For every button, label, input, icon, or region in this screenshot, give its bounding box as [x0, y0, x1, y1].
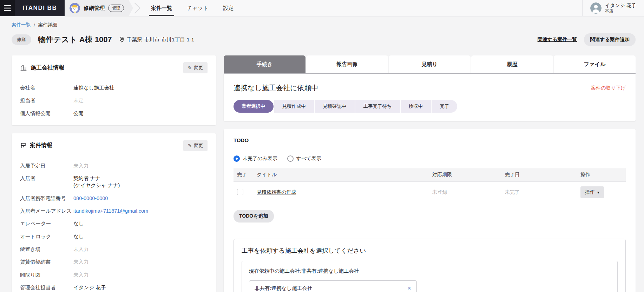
clear-selection-icon[interactable]: × [407, 285, 411, 291]
company-contact-value: 未定 [73, 97, 84, 104]
case-info-edit-button[interactable]: ✎ 変更 [183, 140, 208, 151]
tab-procedure[interactable]: 手続き [224, 55, 305, 73]
building-icon [20, 64, 27, 71]
case-info-icon [20, 142, 26, 149]
info-row: 個人情報公開 公開 [20, 110, 208, 117]
case-withdraw-link[interactable]: 案件の取り下げ [591, 85, 626, 91]
company-info-title: 施工会社情報 [20, 64, 64, 72]
related-case-add-button[interactable]: 関連する案件追加 [584, 33, 636, 46]
right-column: 手続き 報告画像 見積り 履歴 ファイル 連携なし施工会社に依頼中 案件の取り下… [224, 55, 636, 292]
header-nav: 案件一覧 チャット 設定 [144, 0, 241, 16]
hamburger-icon [4, 5, 11, 11]
tenant-email-link[interactable]: itandikojima+711871@gmail.com [73, 207, 148, 214]
todo-action-dropdown-button[interactable]: 操作▾ [580, 186, 604, 198]
todo-table-row: 見積依頼書の作成 未登録 未完了 操作▾ [234, 182, 626, 203]
info-row: 入居者 契約者 ナナ (ケイヤクシャ ナナ) [20, 175, 208, 189]
info-row: 入居者メールアドレス itandikojima+711871@gmail.com [20, 207, 208, 214]
company-info-rows: 会社名 連携なし施工会社 担当者 未定 個人情報公開 公開 [20, 78, 208, 117]
info-row: 管理会社担当者 イタンジ 花子 test@itandi.co.jp [20, 284, 208, 292]
case-info-header: 案件情報 ✎ 変更 [20, 140, 208, 156]
left-column: 施工会社情報 ✎ 変更 会社名 連携なし施工会社 担当者 未定 個人情報公開 [12, 55, 216, 292]
detail-tabbar: 手続き 報告画像 見積り 履歴 ファイル [224, 55, 636, 74]
tab-report-images[interactable]: 報告画像 [306, 55, 388, 73]
breadcrumb-chevron-icon [130, 2, 140, 13]
todo-due-value: 未登録 [432, 189, 447, 195]
tab-history[interactable]: 履歴 [471, 55, 553, 73]
selected-company-value: 非共有:連携なし施工会社 [255, 285, 312, 292]
nav-item-settings[interactable]: 設定 [216, 0, 241, 16]
radio-show-all[interactable]: すべて表示 [287, 155, 321, 162]
todo-complete-checkbox[interactable] [237, 189, 243, 195]
current-company-box: 現在依頼中の施工会社:非共有:連携なし施工会社 非共有:連携なし施工会社 × [242, 261, 618, 292]
info-row: 担当者 未定 [20, 97, 208, 104]
app-name: 修繕管理 [84, 5, 105, 12]
step-construction-waiting: 工事完了待ち [355, 100, 400, 113]
personal-info-visibility-value: 公開 [73, 110, 84, 117]
todo-item-link[interactable]: 見積依頼書の作成 [257, 189, 296, 195]
tab-files[interactable]: ファイル [554, 55, 636, 73]
property-address: 千葉県 市川市 市川1丁目 1-1 [127, 36, 195, 43]
caret-down-icon: ▾ [597, 190, 599, 194]
company-select-section: 工事を依頼する施工会社を選択してください 現在依頼中の施工会社:非共有:連携なし… [234, 239, 626, 292]
nav-item-case-list[interactable]: 案件一覧 [144, 0, 179, 16]
step-vendor-selecting: 業者選択中 [234, 100, 274, 113]
app-switcher[interactable]: 修繕管理 管理 [65, 0, 133, 16]
info-row: エレベーター なし [20, 220, 208, 227]
todo-filter-radios: 未完了のみ表示 すべて表示 [234, 155, 626, 162]
todo-table-header-row: 完了 タイトル 対応期限 完了日 操作 [234, 168, 626, 182]
pencil-icon: ✎ [188, 143, 192, 148]
user-menu[interactable]: イタンジ 花子 本店 [582, 0, 644, 16]
user-name: イタンジ 花子 [605, 2, 636, 9]
app-mascot-bear-icon [70, 3, 80, 13]
info-row: 鍵置き場 未入力 [20, 246, 208, 253]
user-avatar-icon [590, 2, 602, 14]
todo-section-title: TODO [234, 137, 626, 143]
todo-table: 完了 タイトル 対応期限 完了日 操作 見積依頼書の作成 未登録 未完了 [234, 168, 626, 203]
page-header: 修繕 物件テスト A棟 1007 千葉県 市川市 市川1丁目 1-1 関連する案… [0, 28, 644, 46]
info-row: 会社名 連携なし施工会社 [20, 84, 208, 91]
itandi-bb-logo[interactable]: ITANDI BB [15, 0, 65, 16]
company-info-header: 施工会社情報 ✎ 変更 [20, 62, 208, 78]
location-pin-icon [119, 36, 125, 43]
nav-item-chat[interactable]: チャット [179, 0, 216, 16]
case-info-rows: 入居予定日 未入力 入居者 契約者 ナナ (ケイヤクシャ ナナ) 入居者携帯電話… [20, 156, 208, 292]
step-complete: 完了 [432, 100, 457, 113]
breadcrumb: 案件一覧 / 案件詳細 [0, 16, 644, 28]
company-name-value: 連携なし施工会社 [73, 84, 114, 91]
info-row: 間取り図 未入力 [20, 271, 208, 278]
breadcrumb-link-case-list[interactable]: 案件一覧 [12, 22, 31, 28]
info-row: 入居者携帯電話番号 080-0000-0000 [20, 195, 208, 202]
radio-show-incomplete[interactable]: 未完了のみ表示 [234, 155, 277, 162]
page-title: 物件テスト A棟 1007 [38, 34, 112, 45]
current-company-label: 現在依頼中の施工会社:非共有:連携なし施工会社 [249, 268, 610, 274]
hamburger-menu-button[interactable] [0, 0, 15, 16]
repair-type-badge: 修繕 [12, 34, 31, 45]
todo-card: TODO 未完了のみ表示 すべて表示 完了 タイトル 対応期限 [224, 129, 636, 292]
pencil-icon: ✎ [188, 65, 192, 71]
top-header: ITANDI BB 修繕管理 管理 案件一覧 チャット 設定 [0, 0, 644, 16]
info-row: 賃貸借契約書 未入力 [20, 258, 208, 265]
company-info-edit-button[interactable]: ✎ 変更 [183, 62, 208, 73]
radio-unselected-icon [287, 155, 294, 162]
step-inspection: 検収中 [401, 100, 431, 113]
info-row: 入居予定日 未入力 [20, 162, 208, 169]
progress-steps: 業者選択中 見積作成中 見積確認中 工事完了待ち 検収中 完了 [234, 100, 626, 113]
tenant-phone-link[interactable]: 080-0000-0000 [73, 195, 108, 202]
breadcrumb-current: 案件詳細 [38, 22, 57, 28]
main-content: 施工会社情報 ✎ 変更 会社名 連携なし施工会社 担当者 未定 個人情報公開 [0, 46, 644, 292]
breadcrumb-separator: / [34, 22, 35, 28]
step-estimate-confirming: 見積確認中 [315, 100, 355, 113]
case-info-card: 案件情報 ✎ 変更 入居予定日 未入力 入居者 契約者 ナナ (ケイヤクシャ ナ… [12, 133, 216, 292]
tab-estimate[interactable]: 見積り [389, 55, 471, 73]
company-info-card: 施工会社情報 ✎ 変更 会社名 連携なし施工会社 担当者 未定 個人情報公開 [12, 55, 216, 125]
user-branch: 本店 [605, 8, 636, 14]
info-row: オートロック なし [20, 233, 208, 240]
status-title: 連携なし施工会社に依頼中 [234, 83, 318, 93]
company-select-input[interactable]: 非共有:連携なし施工会社 × [249, 280, 417, 292]
related-case-list-link[interactable]: 関連する案件一覧 [538, 36, 577, 43]
company-select-heading: 工事を依頼する施工会社を選択してください [242, 246, 618, 255]
add-todo-button[interactable]: TODOを追加 [234, 210, 274, 223]
divider [234, 148, 626, 148]
case-info-title: 案件情報 [20, 142, 52, 149]
status-card: 連携なし施工会社に依頼中 案件の取り下げ 業者選択中 見積作成中 見積確認中 工… [224, 74, 636, 121]
